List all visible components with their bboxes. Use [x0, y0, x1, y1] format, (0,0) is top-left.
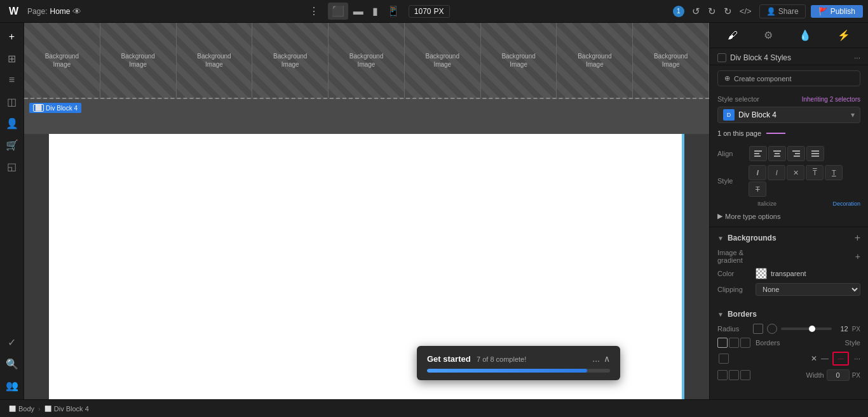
on-this-page-count: 1 on this page — [717, 129, 761, 137]
backgrounds-title: Backgrounds — [728, 234, 855, 242]
border-style-x[interactable]: ✕ — [811, 354, 817, 363]
breadcrumb-body-icon: ⬜ — [9, 406, 16, 412]
align-buttons — [749, 146, 824, 161]
align-justify-btn[interactable] — [806, 146, 824, 161]
div-block-label[interactable]: ⬜ Div Block 4 — [29, 103, 81, 113]
sidebar-add-icon[interactable]: + — [2, 27, 22, 47]
canvas-bg-strip: Background Image Background Image Backgr… — [24, 23, 709, 99]
page-name: Home — [50, 7, 70, 16]
backgrounds-arrow-icon: ▼ — [717, 235, 724, 242]
tab-interactions[interactable]: 💧 — [795, 27, 815, 44]
backgrounds-add-icon[interactable]: + — [855, 232, 860, 244]
borders-section-header[interactable]: ▼ Borders — [710, 305, 868, 321]
toast-collapse-icon[interactable]: ∧ — [604, 354, 610, 364]
decoration-sublabel: Decoration — [803, 201, 860, 207]
sidebar-pages-icon[interactable]: ◫ — [2, 91, 22, 112]
selected-div-block-strip: ⬜ Div Block 4 — [24, 99, 709, 134]
strikethrough-btn[interactable]: ✕ — [787, 165, 804, 180]
sidebar-components-icon[interactable]: ⊞ — [2, 48, 22, 69]
clipping-select[interactable]: None — [756, 283, 860, 296]
border-right-icon[interactable] — [740, 338, 750, 348]
tab-style[interactable]: 🖌 — [724, 27, 742, 44]
style-selector-icon: D — [723, 109, 735, 121]
linethrough-btn[interactable]: T — [749, 182, 766, 197]
desktop-device-btn[interactable]: ⬛ — [328, 3, 348, 20]
eye-icon[interactable]: 👁 — [72, 6, 81, 17]
breadcrumb-body-label: Body — [18, 405, 34, 413]
styles-checkbox[interactable] — [717, 53, 726, 62]
sidebar-search-icon[interactable]: 🔍 — [2, 354, 22, 374]
more-options-icon[interactable]: ⋮ — [305, 5, 323, 17]
toast-progress-bar-bg — [427, 369, 610, 373]
radius-value: 12 — [836, 325, 848, 333]
overline-btn[interactable]: T — [806, 165, 824, 180]
sidebar-navigator-icon[interactable]: ≡ — [2, 70, 22, 90]
italic-btn[interactable]: I — [768, 165, 785, 180]
tablet-portrait-btn[interactable]: ▮ — [369, 3, 382, 20]
border-style-icon-1[interactable] — [719, 354, 729, 364]
canvas-width-unit: PX — [434, 7, 444, 16]
style-selector-arrow-icon[interactable]: ▾ — [851, 110, 855, 119]
sidebar-cms-icon[interactable]: 👤 — [2, 113, 22, 133]
sidebar-users-icon[interactable]: 👥 — [2, 375, 22, 395]
align-left-btn[interactable] — [749, 146, 767, 161]
bg-tile-9: Background Image — [633, 23, 709, 98]
tab-settings[interactable]: ⚙ — [760, 27, 776, 44]
code-btn[interactable]: </> — [737, 4, 754, 18]
sidebar-assets-icon[interactable]: ◱ — [2, 156, 22, 176]
notification-badge[interactable]: 1 — [673, 6, 684, 17]
tab-triggers[interactable]: ⚡ — [834, 27, 854, 44]
style-sublabels: Italicize Decoration — [749, 201, 860, 207]
toast-progress-bar — [427, 369, 587, 373]
tablet-landscape-btn[interactable]: ▬ — [349, 3, 367, 20]
breadcrumb-div-block[interactable]: ⬜ Div Block 4 — [41, 405, 93, 413]
sidebar-ecommerce-icon[interactable]: 🛒 — [2, 135, 22, 155]
breadcrumb-body[interactable]: ⬜ Body — [5, 405, 38, 413]
undo-btn[interactable]: ↺ — [689, 3, 703, 20]
on-this-page-bar — [766, 133, 785, 134]
toast-actions: ... ∧ — [592, 354, 610, 364]
border-width-row: Width PX — [717, 369, 860, 381]
svg-rect-2 — [754, 156, 761, 157]
create-component-button[interactable]: ⊕ Create component — [717, 70, 860, 86]
backgrounds-section-header[interactable]: ▼ Backgrounds + — [710, 227, 868, 246]
border-width-icon-1[interactable] — [717, 370, 728, 380]
border-width-icon-3[interactable] — [740, 370, 750, 380]
more-type-options-row[interactable]: ▶ More type options — [717, 209, 860, 223]
mobile-btn[interactable]: 📱 — [383, 3, 403, 20]
redo-btn[interactable]: ↻ — [705, 3, 719, 20]
toast-header: Get started 7 of 8 complete! ... ∧ — [427, 354, 610, 364]
styles-more-icon[interactable]: ··· — [854, 53, 860, 62]
bg-tile-7: Background Image — [481, 23, 557, 98]
border-style-dashed-btn[interactable]: --- — [832, 352, 849, 366]
toast-more-icon[interactable]: ... — [592, 354, 600, 364]
on-this-page: 1 on this page — [710, 127, 868, 142]
svg-rect-4 — [775, 153, 780, 154]
radius-square-icon[interactable] — [753, 324, 763, 334]
app-logo: W — [5, 6, 22, 17]
radius-slider[interactable] — [781, 328, 832, 330]
border-width-icon-2[interactable] — [729, 370, 739, 380]
border-width-input[interactable] — [827, 369, 850, 381]
style-row: Style I I ✕ T T T — [717, 165, 860, 197]
canvas-area: Background Image Background Image Backgr… — [24, 23, 709, 399]
share-button[interactable]: 👤 Share — [759, 4, 806, 18]
borders-content: Radius 12 PX Borders Style — [710, 321, 868, 388]
sidebar-audit-icon[interactable]: ✓ — [2, 332, 22, 352]
publish-button[interactable]: 🚩 Publish — [811, 5, 863, 18]
radius-thumb[interactable] — [809, 326, 815, 332]
image-gradient-add-icon[interactable]: + — [855, 251, 860, 261]
align-right-btn[interactable] — [787, 146, 805, 161]
border-all-icon[interactable] — [717, 338, 728, 348]
refresh-btn[interactable]: ↻ — [721, 3, 735, 20]
styles-title: Div Block 4 Styles — [730, 53, 850, 62]
breadcrumb-div-block-icon: ⬜ — [44, 406, 51, 412]
color-swatch[interactable] — [756, 268, 767, 279]
italicize-btn[interactable]: I — [749, 165, 766, 180]
border-style-more[interactable]: ··· — [854, 354, 860, 363]
style-selector-box[interactable]: D Div Block 4 ▾ — [717, 107, 860, 123]
align-center-btn[interactable] — [768, 146, 786, 161]
underline-btn[interactable]: T — [825, 165, 843, 180]
border-top-icon[interactable] — [729, 338, 739, 348]
radius-circle-icon[interactable] — [767, 324, 777, 334]
